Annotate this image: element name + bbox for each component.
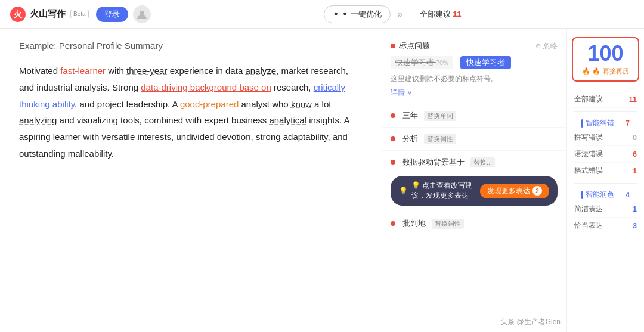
logo-text: 火山写作 bbox=[30, 8, 66, 20]
suggestion-item-data-driven[interactable]: 数据驱动背景基于 替换... 💡 💡 点击查看改写建议，发现更多表达 发现更多表… bbox=[382, 151, 566, 212]
three-year-tag: 替换单词 bbox=[424, 111, 456, 121]
suggestion-desc-punctuation: 这里建议删除不必要的标点符号。 bbox=[391, 74, 558, 84]
suggestion-item-punctuation: 标点问题 ⊕ 忽略 快速学习者 70% 快速学习者 这里建议删除不必要的标点符号… bbox=[382, 35, 566, 104]
punctuation-title: 标点问题 bbox=[399, 41, 430, 51]
suggestions-prefix-label: 全部建议 bbox=[420, 10, 451, 18]
all-suggestions-label: 全部建议 bbox=[574, 94, 603, 104]
three-year-title: 三年 bbox=[402, 110, 418, 121]
polish-group-label: 智能润色 bbox=[586, 190, 614, 200]
more-button[interactable]: » bbox=[395, 7, 405, 22]
suggestions-count-badge: 11 bbox=[453, 10, 461, 18]
navbar-center: ✦ ✦ 一键优化 » 全部建议 11 bbox=[151, 5, 634, 23]
highlight-analyze[interactable]: analyze bbox=[245, 66, 276, 76]
login-button[interactable]: 登录 bbox=[96, 7, 128, 22]
discover-label: 发现更多表达 bbox=[487, 186, 530, 196]
grammar-label: 语法错误 bbox=[574, 149, 603, 159]
highlight-fast-learner[interactable]: fast-learner bbox=[60, 66, 106, 76]
suggestion-dot-three-year bbox=[391, 113, 395, 118]
svg-text:火: 火 bbox=[13, 10, 23, 19]
navbar: 火 火山写作 Beta 登录 ✦ ✦ 一键优化 » 全部建议 11 bbox=[0, 0, 644, 29]
group-header-polish: 智能润色 4 bbox=[574, 187, 637, 201]
suggestion-dot-critically bbox=[391, 221, 395, 226]
correction-group-count: 7 bbox=[626, 119, 630, 128]
replacement-button-punctuation[interactable]: 快速学习者 bbox=[460, 56, 511, 69]
suggestion-dot-data-driven bbox=[391, 160, 395, 165]
avatar-button[interactable] bbox=[133, 5, 151, 23]
concise-label: 简洁表达 bbox=[574, 204, 603, 214]
highlight-good-prepared[interactable]: good-prepared bbox=[180, 99, 239, 109]
score-sub-label: 🔥 再接再历 bbox=[592, 67, 628, 76]
highlight-data-driving[interactable]: data-driving background base on bbox=[141, 82, 271, 92]
spelling-label: 拼写错误 bbox=[574, 132, 603, 142]
highlight-know[interactable]: know bbox=[291, 99, 312, 109]
highlight-analyzing[interactable]: analyzing bbox=[19, 115, 57, 125]
group-header-correction: 智能纠错 7 bbox=[574, 116, 637, 129]
doc-title: Example: Personal Profile Summary bbox=[19, 41, 363, 51]
suggestion-dot-analyze bbox=[391, 136, 395, 141]
bulb-icon: 💡 bbox=[399, 187, 408, 195]
score-number: 100 bbox=[579, 43, 632, 64]
data-driven-row: 数据驱动背景基于 替换... bbox=[391, 157, 558, 167]
score-box: 100 🔥 🔥 再接再历 bbox=[572, 37, 639, 82]
appropriate-label: 恰当表达 bbox=[574, 221, 603, 231]
suggestion-panel: 标点问题 ⊕ 忽略 快速学习者 70% 快速学习者 这里建议删除不必要的标点符号… bbox=[382, 29, 566, 332]
svg-point-2 bbox=[140, 11, 144, 15]
fire-icon: 🔥 bbox=[582, 67, 590, 75]
editor-area: Example: Personal Profile Summary Motiva… bbox=[0, 29, 382, 332]
data-driven-tag: 替换... bbox=[470, 157, 495, 167]
suggestion-header-punctuation: 标点问题 ⊕ 忽略 bbox=[391, 41, 558, 51]
sparkle-icon: ✦ bbox=[333, 10, 339, 18]
appropriate-count: 3 bbox=[633, 222, 637, 230]
analyze-tag: 替换词性 bbox=[424, 134, 456, 144]
sidebar-row-spelling[interactable]: 拼写错误 0 bbox=[574, 129, 637, 146]
concise-count: 1 bbox=[633, 205, 637, 213]
suggestion-item-critically[interactable]: 批判地 替换词性 bbox=[382, 212, 566, 235]
right-sidebar: 100 🔥 🔥 再接再历 全部建议 11 智能纠错 7 拼写错误 0 bbox=[566, 29, 644, 332]
suggestion-detail-punctuation[interactable]: 详情 ∨ bbox=[391, 88, 558, 98]
spelling-count: 0 bbox=[633, 134, 637, 142]
sidebar-row-grammar[interactable]: 语法错误 6 bbox=[574, 146, 637, 163]
correction-indicator bbox=[581, 119, 583, 128]
logo-icon: 火 bbox=[10, 6, 26, 23]
watermark: 头条 @生产者Glen bbox=[500, 317, 561, 327]
suggestion-dot-red bbox=[391, 44, 395, 48]
analyze-title: 分析 bbox=[402, 134, 418, 144]
main-layout: Example: Personal Profile Summary Motiva… bbox=[0, 29, 644, 332]
critically-title: 批判地 bbox=[402, 218, 426, 229]
sidebar-row-format[interactable]: 格式错误 1 bbox=[574, 163, 637, 179]
sidebar-divider-1 bbox=[574, 111, 637, 112]
detail-label: 详情 ∨ bbox=[391, 88, 413, 98]
beta-badge: Beta bbox=[70, 10, 89, 18]
sidebar-divider-2 bbox=[574, 183, 637, 184]
correction-group-label: 智能纠错 bbox=[586, 118, 614, 128]
polish-indicator bbox=[581, 191, 583, 199]
sidebar-row-all[interactable]: 全部建议 11 bbox=[574, 91, 637, 108]
tooltip-bar: 💡 💡 点击查看改写建议，发现更多表达 发现更多表达 2 bbox=[391, 176, 558, 206]
score-subtext: 🔥 🔥 再接再历 bbox=[579, 67, 632, 76]
optimize-button[interactable]: ✦ ✦ 一键优化 bbox=[324, 5, 391, 23]
tooltip-text: 💡 💡 点击查看改写建议，发现更多表达 bbox=[399, 181, 480, 201]
sidebar-row-concise[interactable]: 简洁表达 1 bbox=[574, 201, 637, 218]
format-label: 格式错误 bbox=[574, 166, 603, 176]
discover-button[interactable]: 发现更多表达 2 bbox=[480, 184, 549, 198]
grammar-count: 6 bbox=[633, 150, 637, 159]
tooltip-message: 💡 点击查看改写建议，发现更多表达 bbox=[411, 181, 480, 201]
all-suggestions-count: 11 bbox=[629, 95, 637, 104]
all-suggestions-label: 全部建议 11 bbox=[420, 9, 462, 20]
ignore-button-punctuation[interactable]: ⊕ 忽略 bbox=[535, 41, 558, 51]
suggestion-item-analyze[interactable]: 分析 替换词性 bbox=[382, 128, 566, 151]
sidebar-section: 全部建议 11 智能纠错 7 拼写错误 0 语法错误 6 格式错误 1 bbox=[567, 89, 644, 237]
suggestion-item-three-year[interactable]: 三年 替换单词 bbox=[382, 104, 566, 128]
doc-body: Motivated fast-learner with three-year e… bbox=[19, 63, 363, 162]
format-count: 1 bbox=[633, 167, 637, 175]
critically-tag: 替换词性 bbox=[432, 219, 464, 229]
highlight-three-year[interactable]: three-year bbox=[126, 66, 167, 76]
original-text: 快速学习者 70% bbox=[391, 56, 453, 69]
discover-count-badge: 2 bbox=[532, 186, 542, 196]
sidebar-row-appropriate[interactable]: 恰当表达 3 bbox=[574, 218, 637, 234]
optimize-label: ✦ 一键优化 bbox=[342, 9, 382, 20]
polish-group-count: 4 bbox=[626, 191, 630, 199]
highlight-analytical[interactable]: analytical bbox=[269, 115, 306, 125]
suggestion-title-row: 标点问题 bbox=[391, 41, 430, 51]
suggestion-options: 快速学习者 70% 快速学习者 bbox=[391, 56, 558, 69]
